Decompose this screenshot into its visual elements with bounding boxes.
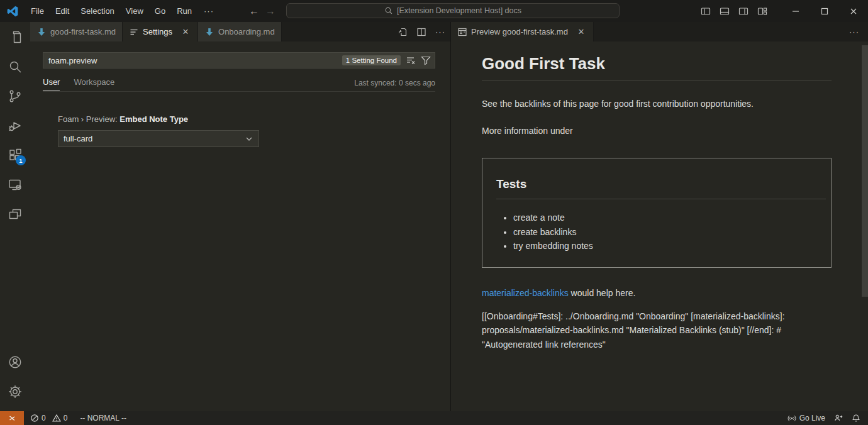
setting-category: Foam › Preview: [58, 114, 120, 124]
editor-windows-icon[interactable] [0, 199, 30, 229]
close-tab-icon[interactable]: ✕ [576, 26, 587, 38]
settings-editor: foam.preview 1 Setting Found User Worksp… [30, 41, 450, 147]
title-bar: File Edit Selection View Go Run ··· ← → … [0, 0, 868, 22]
editor-actions-right: ··· [849, 22, 859, 41]
markdown-file-icon [36, 27, 47, 37]
run-debug-icon[interactable] [0, 111, 30, 140]
warning-icon [52, 414, 61, 422]
close-tab-icon[interactable]: ✕ [180, 26, 191, 38]
feedback-person-icon [834, 414, 843, 422]
remote-explorer-icon[interactable] [0, 170, 30, 199]
preview-paragraph: See the backlinks of this page for good … [482, 98, 832, 110]
go-live-button[interactable]: Go Live [787, 414, 825, 422]
editor-actions-left: ··· [398, 22, 445, 41]
scope-tab-workspace[interactable]: Workspace [74, 77, 114, 91]
markdown-preview-icon [457, 27, 467, 37]
tab-strip-left: good-first-task.md Settings ✕ Onboarding… [30, 22, 450, 41]
extensions-badge: 1 [16, 155, 26, 165]
source-control-icon[interactable] [0, 81, 30, 111]
clear-settings-search-icon[interactable] [406, 55, 416, 65]
menu-go[interactable]: Go [149, 4, 171, 19]
menu-bar: File Edit Selection View Go Run ··· [25, 4, 220, 19]
scope-tab-user[interactable]: User [43, 77, 60, 91]
customize-layout-icon[interactable] [757, 6, 767, 16]
go-live-label: Go Live [799, 414, 825, 422]
filter-funnel-icon[interactable] [421, 55, 431, 65]
dropdown-value: full-card [64, 134, 92, 143]
list-item: create backlinks [513, 225, 826, 240]
close-window-button[interactable] [839, 0, 868, 22]
markdown-file-icon [204, 27, 214, 37]
editor-group-left: good-first-task.md Settings ✕ Onboarding… [30, 22, 450, 411]
editor-group-right: Preview good-first-task.md ✕ ··· Good Fi… [451, 22, 868, 411]
link-suffix-text: would help here. [569, 288, 636, 298]
menu-edit[interactable]: Edit [50, 4, 75, 19]
back-arrow-icon[interactable]: ← [249, 6, 259, 17]
more-actions-icon[interactable]: ··· [435, 27, 445, 36]
menu-overflow-button[interactable]: ··· [198, 6, 220, 16]
toggle-sidebar-icon[interactable] [701, 6, 711, 16]
broadcast-icon [787, 414, 796, 422]
settings-search-input[interactable]: foam.preview 1 Setting Found [43, 52, 435, 69]
search-sidebar-icon[interactable] [0, 52, 30, 81]
menu-file[interactable]: File [25, 4, 50, 19]
manage-gear-icon[interactable] [0, 377, 30, 406]
toggle-secondary-sidebar-icon[interactable] [738, 6, 748, 16]
remote-indicator[interactable] [0, 411, 24, 425]
search-icon [384, 6, 393, 15]
tab-settings[interactable]: Settings ✕ [123, 22, 198, 41]
list-item: try embedding notes [513, 239, 826, 253]
settings-scope-tabs: User Workspace Last synced: 0 secs ago [43, 77, 435, 92]
status-bar: 0 0 -- NORMAL -- Go Live [0, 411, 868, 425]
markdown-preview-pane[interactable]: Good First Task See the backlinks of thi… [451, 41, 868, 411]
settings-search-value: foam.preview [48, 56, 342, 65]
link-references-paragraph: [[Onboarding#Tests]: ../Onboarding.md "O… [482, 309, 832, 352]
activity-bar: 1 [0, 22, 30, 411]
materialized-backlinks-link[interactable]: materialized-backlinks [482, 288, 569, 298]
warning-count: 0 [64, 414, 68, 422]
preview-scrollbar-thumb[interactable] [862, 45, 868, 297]
setting-name: Embed Note Type [120, 114, 188, 124]
bell-icon [852, 414, 860, 422]
minimize-button[interactable] [781, 0, 810, 22]
more-actions-icon[interactable]: ··· [849, 27, 859, 36]
explorer-icon[interactable] [0, 22, 30, 52]
menu-selection[interactable]: Selection [75, 4, 120, 19]
preview-link-paragraph: materialized-backlinks would help here. [482, 287, 832, 299]
maximize-button[interactable] [810, 0, 839, 22]
last-synced-label: Last synced: 0 secs ago [354, 79, 435, 91]
remote-icon [8, 414, 16, 422]
tab-good-first-task[interactable]: good-first-task.md [30, 22, 123, 41]
menu-run[interactable]: Run [171, 4, 198, 19]
notifications-button[interactable] [852, 414, 860, 422]
feedback-button[interactable] [834, 414, 843, 422]
tab-label: Onboarding.md [218, 27, 275, 36]
command-center-search[interactable]: [Extension Development Host] docs [286, 3, 620, 18]
history-navigation: ← → [249, 0, 275, 22]
tab-preview-good-first-task[interactable]: Preview good-first-task.md ✕ [451, 22, 594, 41]
tab-label: Preview good-first-task.md [471, 27, 568, 36]
tab-onboarding[interactable]: Onboarding.md [198, 22, 282, 41]
embed-note-type-dropdown[interactable]: full-card [58, 130, 259, 147]
open-settings-json-icon[interactable] [398, 27, 408, 37]
forward-arrow-icon[interactable]: → [265, 6, 275, 17]
toggle-panel-icon[interactable] [720, 6, 730, 16]
problems-warnings[interactable]: 0 [52, 414, 68, 422]
error-icon [30, 414, 39, 422]
error-count: 0 [42, 414, 46, 422]
embedded-note-card: Tests create a note create backlinks try… [482, 158, 832, 268]
tab-strip-right: Preview good-first-task.md ✕ ··· [451, 22, 868, 41]
chevron-down-icon [245, 135, 253, 143]
split-editor-icon[interactable] [416, 27, 426, 37]
vim-mode-indicator[interactable]: -- NORMAL -- [80, 414, 126, 422]
preview-heading: Good First Task [482, 54, 832, 80]
extensions-icon[interactable]: 1 [0, 140, 30, 170]
preview-paragraph: More information under [482, 125, 832, 137]
settings-found-badge: 1 Setting Found [342, 55, 401, 65]
settings-editor-icon [129, 27, 139, 37]
problems-errors[interactable]: 0 [30, 414, 46, 422]
menu-view[interactable]: View [120, 4, 149, 19]
accounts-icon[interactable] [0, 347, 30, 377]
tab-label: Settings [143, 27, 172, 36]
vscode-window: File Edit Selection View Go Run ··· ← → … [0, 0, 868, 425]
